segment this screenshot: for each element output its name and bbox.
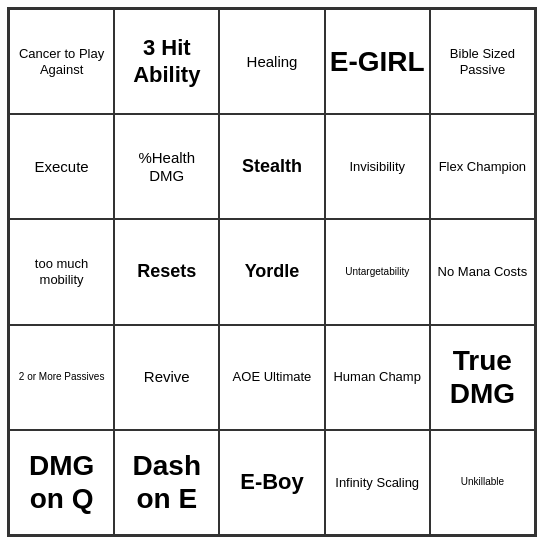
cell-text: Healing [224,53,319,71]
bingo-cell-r1c1: %Health DMG [114,114,219,219]
cell-text: Stealth [224,156,319,178]
cell-text: Invisibility [330,159,425,175]
bingo-cell-r2c0: too much mobility [9,219,114,324]
bingo-cell-r3c4: True DMG [430,325,535,430]
bingo-cell-r3c1: Revive [114,325,219,430]
bingo-cell-r0c0: Cancer to Play Against [9,9,114,114]
bingo-cell-r0c2: Healing [219,9,324,114]
bingo-cell-r1c3: Invisibility [325,114,430,219]
cell-text: 3 Hit Ability [119,35,214,88]
cell-text: Unkillable [435,476,530,488]
bingo-cell-r2c1: Resets [114,219,219,324]
bingo-cell-r3c3: Human Champ [325,325,430,430]
cell-text: Flex Champion [435,159,530,175]
bingo-cell-r0c1: 3 Hit Ability [114,9,219,114]
cell-text: True DMG [435,344,530,411]
bingo-cell-r2c4: No Mana Costs [430,219,535,324]
cell-text: 2 or More Passives [14,371,109,383]
cell-text: Untargetability [330,266,425,278]
cell-text: Dash on E [119,449,214,516]
cell-text: Execute [14,158,109,176]
bingo-cell-r1c0: Execute [9,114,114,219]
bingo-cell-r4c2: E-Boy [219,430,324,535]
cell-text: AOE Ultimate [224,369,319,385]
cell-text: E-GIRL [330,45,425,79]
cell-text: No Mana Costs [435,264,530,280]
bingo-cell-r2c3: Untargetability [325,219,430,324]
bingo-cell-r4c3: Infinity Scaling [325,430,430,535]
cell-text: %Health DMG [119,149,214,185]
bingo-cell-r3c0: 2 or More Passives [9,325,114,430]
bingo-cell-r0c3: E-GIRL [325,9,430,114]
cell-text: Resets [119,261,214,283]
bingo-cell-r1c2: Stealth [219,114,324,219]
bingo-cell-r1c4: Flex Champion [430,114,535,219]
bingo-cell-r4c4: Unkillable [430,430,535,535]
bingo-cell-r4c0: DMG on Q [9,430,114,535]
bingo-cell-r2c2: Yordle [219,219,324,324]
bingo-cell-r3c2: AOE Ultimate [219,325,324,430]
bingo-board: Cancer to Play Against3 Hit AbilityHeali… [7,7,537,537]
cell-text: Bible Sized Passive [435,46,530,77]
cell-text: Revive [119,368,214,386]
cell-text: Yordle [224,261,319,283]
bingo-cell-r4c1: Dash on E [114,430,219,535]
bingo-cell-r0c4: Bible Sized Passive [430,9,535,114]
cell-text: Infinity Scaling [330,475,425,491]
cell-text: DMG on Q [14,449,109,516]
cell-text: Human Champ [330,369,425,385]
cell-text: too much mobility [14,256,109,287]
cell-text: Cancer to Play Against [14,46,109,77]
cell-text: E-Boy [224,469,319,495]
